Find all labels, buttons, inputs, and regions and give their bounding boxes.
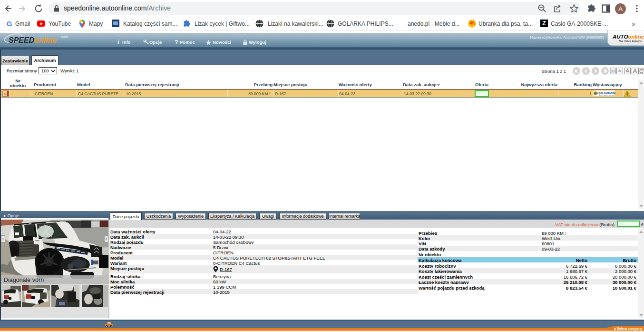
svg-text:Diagonale vorn: Diagonale vorn bbox=[4, 277, 44, 283]
svg-text:web: web bbox=[61, 35, 68, 39]
svg-text:a Solera company: a Solera company bbox=[614, 327, 643, 331]
svg-text:XLS: XLS bbox=[610, 70, 615, 72]
svg-text:online: online bbox=[34, 36, 57, 44]
svg-text:SPEED: SPEED bbox=[9, 36, 35, 44]
